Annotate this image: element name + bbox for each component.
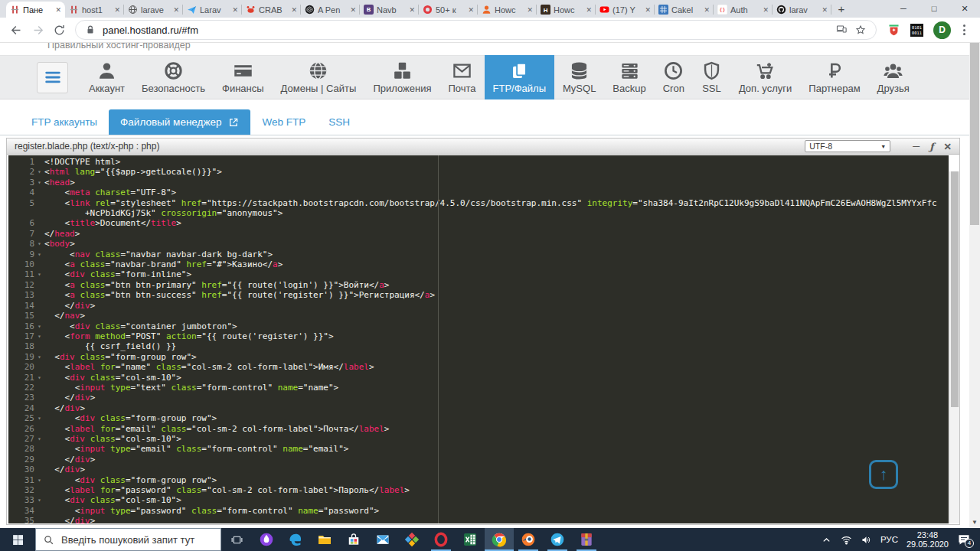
browser-tab[interactable]: larave✕	[124, 2, 183, 18]
telegram-taskbar-button[interactable]	[543, 528, 572, 551]
nav-item-db[interactable]: MySQL	[554, 55, 604, 99]
editor-close-icon[interactable]: ✕	[944, 141, 952, 152]
bookmark-star-icon[interactable]	[855, 24, 867, 36]
nav-item-mail[interactable]: Почта	[439, 55, 484, 99]
tab-close-icon[interactable]: ✕	[350, 6, 356, 14]
nav-item-server[interactable]: Backup	[604, 55, 654, 99]
nav-item-ruble[interactable]: Партнерам	[800, 55, 868, 99]
back-button[interactable]	[6, 20, 26, 40]
notification-center-icon[interactable]: 4	[957, 533, 971, 546]
chevron-up-icon[interactable]	[821, 534, 832, 546]
fold-arrow-icon[interactable]: ▾	[34, 495, 44, 505]
send-to-device-icon[interactable]	[836, 24, 848, 36]
fold-arrow-icon[interactable]: ▾	[34, 269, 44, 279]
browser-tab[interactable]: CRAB✕	[242, 2, 301, 18]
browser-tab[interactable]: Cakel✕	[655, 2, 714, 18]
window-minimize-button[interactable]: ─	[888, 0, 919, 18]
window-maximize-button[interactable]: □	[919, 0, 949, 18]
volume-icon[interactable]	[861, 534, 872, 546]
fold-arrow-icon[interactable]: ▾	[34, 475, 44, 485]
excel-taskbar-button[interactable]	[456, 528, 485, 551]
tab-close-icon[interactable]: ✕	[822, 6, 828, 14]
browser-tab[interactable]: host1✕	[65, 2, 124, 18]
page-scrollbar-thumb[interactable]	[970, 43, 979, 225]
scroll-to-top-button[interactable]: ↑	[869, 460, 898, 489]
taskbar-search-input[interactable]: Введіть пошуковий запит тут	[35, 528, 221, 551]
browser-tab[interactable]: 50+ к✕	[419, 2, 478, 18]
task-view-button[interactable]	[221, 528, 252, 551]
browser-tab[interactable]: larav✕	[773, 2, 831, 18]
mail-app-taskbar-button[interactable]	[368, 528, 397, 551]
browser-tab[interactable]: Larav✕	[183, 2, 242, 18]
start-button[interactable]	[0, 528, 35, 551]
binary-extension-icon[interactable]: 01010011	[907, 21, 926, 39]
fold-arrow-icon[interactable]: ▾	[34, 239, 44, 249]
forward-button[interactable]	[28, 20, 47, 40]
browser-tab[interactable]: {}Auth✕	[714, 2, 773, 18]
nav-item-shield[interactable]: SSL	[693, 55, 730, 99]
reload-button[interactable]	[49, 20, 69, 40]
browser-tab[interactable]: (17) Y✕	[596, 2, 655, 18]
browser-tab[interactable]: A Pen✕	[301, 2, 360, 18]
browser-tab[interactable]: HHowc✕	[537, 2, 596, 18]
subtab[interactable]: Файловый менеджер	[109, 109, 250, 135]
tab-close-icon[interactable]: ✕	[527, 6, 533, 14]
fold-arrow-icon[interactable]: ▾	[34, 331, 44, 341]
editor-minimize-icon[interactable]: ─	[913, 141, 920, 152]
nav-item-clock[interactable]: Cron	[655, 55, 693, 99]
editor-scrollbar[interactable]	[949, 171, 959, 523]
nav-item-card[interactable]: Финансы	[214, 55, 273, 99]
menu-button[interactable]	[37, 62, 68, 93]
blender-taskbar-button[interactable]	[514, 528, 543, 551]
tab-close-icon[interactable]: ✕	[232, 6, 238, 14]
code-area[interactable]: 1<!DOCTYPE html>2▾<html lang="{{$app->ge…	[8, 155, 949, 523]
browser-tab[interactable]: BNavb✕	[360, 2, 419, 18]
tab-close-icon[interactable]: ✕	[586, 6, 592, 14]
nav-item-lifering[interactable]: Безопасность	[133, 55, 214, 99]
page-scrollbar[interactable]: ▼	[969, 43, 980, 528]
nav-item-files[interactable]: FTP/Файлы	[485, 55, 554, 99]
tab-close-icon[interactable]: ✕	[55, 6, 61, 14]
fold-arrow-icon[interactable]: ▾	[34, 167, 44, 177]
editor-scrollbar-thumb[interactable]	[951, 171, 959, 407]
browser-tab[interactable]: Howc✕	[478, 2, 537, 18]
fold-arrow-icon[interactable]: ▾	[34, 321, 44, 331]
edge-taskbar-button[interactable]	[281, 528, 310, 551]
nav-item-cubes[interactable]: Приложения	[364, 55, 439, 99]
fold-arrow-icon[interactable]: ▾	[34, 413, 44, 423]
adblock-extension-icon[interactable]	[884, 21, 903, 39]
tab-close-icon[interactable]: ✕	[645, 6, 651, 14]
profile-avatar[interactable]: D	[933, 21, 951, 39]
language-indicator[interactable]: РУС	[880, 535, 898, 544]
new-tab-button[interactable]: +	[831, 2, 851, 18]
fold-arrow-icon[interactable]: ▾	[34, 249, 44, 259]
browser-menu-button[interactable]	[957, 24, 971, 35]
tab-close-icon[interactable]: ✕	[291, 6, 297, 14]
fold-arrow-icon[interactable]: ▾	[34, 352, 44, 362]
url-text[interactable]: panel.hostland.ru/#fm	[103, 24, 829, 36]
chrome-taskbar-button[interactable]	[485, 528, 514, 551]
nav-item-user[interactable]: Аккаунт	[80, 55, 133, 99]
store-taskbar-button[interactable]	[339, 528, 368, 551]
fold-arrow-icon[interactable]: ▾	[34, 373, 44, 383]
opera-taskbar-button[interactable]	[426, 528, 456, 551]
subtab[interactable]: Web FTP	[250, 109, 317, 135]
fold-arrow-icon[interactable]: ▾	[34, 434, 44, 444]
explorer-taskbar-button[interactable]	[310, 528, 339, 551]
wifi-icon[interactable]	[841, 534, 852, 546]
subtab[interactable]: FTP аккаунты	[20, 109, 109, 135]
tab-close-icon[interactable]: ✕	[468, 6, 474, 14]
tab-close-icon[interactable]: ✕	[173, 6, 179, 14]
tab-close-icon[interactable]: ✕	[704, 6, 710, 14]
fold-arrow-icon[interactable]: ▾	[34, 178, 44, 187]
editor-fullscreen-icon[interactable]: ƒ	[929, 141, 933, 152]
window-close-button[interactable]: ✕	[949, 0, 980, 18]
tab-close-icon[interactable]: ✕	[763, 6, 769, 14]
encoding-select[interactable]: UTF-8▼	[805, 140, 890, 152]
clock[interactable]: 23:48 29.05.2020	[906, 530, 949, 549]
tab-close-icon[interactable]: ✕	[114, 6, 120, 14]
nav-item-globe[interactable]: Домены | Сайты	[273, 55, 365, 99]
code-editor[interactable]: 1<!DOCTYPE html>2▾<html lang="{{$app->ge…	[7, 155, 959, 524]
tab-close-icon[interactable]: ✕	[409, 6, 415, 14]
nav-item-cart[interactable]: Доп. услуги	[730, 55, 800, 99]
